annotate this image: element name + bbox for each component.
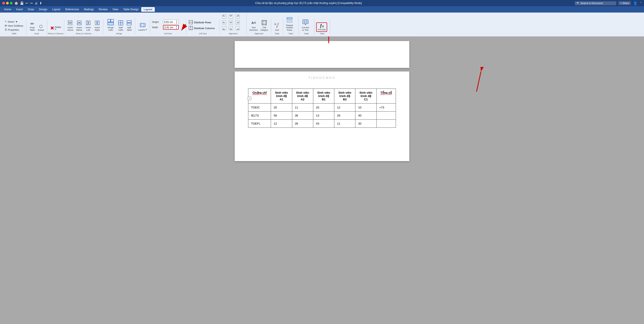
insert-left-button[interactable]: InsertLeft xyxy=(84,20,92,32)
width-input[interactable]: 2,41 cm ▲▼ xyxy=(163,25,179,30)
merge-cells-button[interactable]: MergeCells xyxy=(105,18,116,32)
view-gridlines-button[interactable]: ⊞ View Gridlines xyxy=(4,24,24,28)
menu-insert[interactable]: Insert xyxy=(14,7,25,12)
document-area: TINHOCMOS + Chứng chỉ Sinh viêntrình độA… xyxy=(0,37,644,324)
sort-button[interactable]: AZ Sort xyxy=(273,21,281,32)
align-top-center-button[interactable] xyxy=(228,14,234,19)
svg-rect-42 xyxy=(229,20,233,25)
ribbon-group-text: AA TextDirection CellMargins Alignment xyxy=(246,19,271,35)
eraser-button[interactable]: ⬡ Eraser xyxy=(37,24,45,32)
height-input[interactable]: 0,01 cm ▲▼ xyxy=(163,20,179,24)
split-cells-button[interactable]: SplitCells xyxy=(117,20,125,32)
repeat-header-rows-button[interactable]: RepeatHeaderRows xyxy=(285,17,294,32)
distribute-rows-button[interactable]: Distribute Rows xyxy=(188,20,216,25)
watermark: TINHOCMOS xyxy=(235,72,409,82)
document-page-2: TINHOCMOS + Chứng chỉ Sinh viêntrình độA… xyxy=(235,72,409,161)
delete-dropdown: ▼ xyxy=(55,29,56,31)
ribbon-group-delete: ✖ Delete ▼ Rows & Columns xyxy=(47,19,64,35)
align-bottom-right-button[interactable] xyxy=(235,26,240,31)
toolbar-icon-home[interactable]: 🏠 xyxy=(14,1,18,5)
table-add-button[interactable]: + xyxy=(248,97,251,100)
autofit-button[interactable]: AutoFit ▼ xyxy=(137,22,148,32)
table-row-toefl: TOEFL 12 28 43 11 30 xyxy=(248,120,396,128)
draw-table-button[interactable]: ✏ DrawTable xyxy=(28,21,36,32)
align-top-left-button[interactable] xyxy=(222,14,227,19)
align-top-right-button[interactable] xyxy=(235,14,240,19)
minimize-button[interactable] xyxy=(6,2,9,5)
svg-rect-39 xyxy=(222,20,226,25)
menu-mailings[interactable]: Mailings xyxy=(82,7,96,12)
align-middle-left-button[interactable] xyxy=(222,20,227,25)
toolbar-icon-save[interactable]: 💾 xyxy=(20,1,24,5)
menu-draw[interactable]: Draw xyxy=(26,7,36,12)
maximize-button[interactable] xyxy=(10,2,12,5)
cell-margins-button[interactable]: CellMargins xyxy=(259,19,269,32)
menu-view[interactable]: View xyxy=(110,7,120,12)
user-icon[interactable]: 👤 xyxy=(633,1,638,5)
svg-marker-24 xyxy=(140,25,141,26)
menu-home[interactable]: Home xyxy=(2,7,14,12)
table-header-b1: Sinh viêntrình độB1 xyxy=(313,89,334,104)
search-box[interactable]: 🔍 Search in Document xyxy=(575,1,616,5)
collapse-ribbon-button[interactable]: ⌃ xyxy=(640,2,642,5)
insert-right-button[interactable]: InsertRight xyxy=(93,20,101,32)
title-bar: 🏠 💾 ↩ ↪ 🖨 ⬇ Chia sẻ tài liệu và phương p… xyxy=(0,0,644,6)
ribbon-group-cellsize: Height: 0,01 cm ▲▼ Width: 2,41 cm ▲▼ Cel… xyxy=(150,19,186,35)
insert-left-icon xyxy=(86,20,91,26)
properties-button[interactable]: ☰ Properties xyxy=(4,28,24,32)
height-spinner[interactable]: ▲▼ xyxy=(176,20,178,24)
svg-rect-18 xyxy=(127,21,132,23)
table-header-total: Tổng số xyxy=(376,89,396,104)
menu-review[interactable]: Review xyxy=(96,7,110,12)
width-spinner[interactable]: ▲▼ xyxy=(176,25,177,29)
close-button[interactable] xyxy=(2,2,5,5)
share-button[interactable]: + Share xyxy=(618,1,631,5)
align-bottom-left-button[interactable] xyxy=(222,26,227,31)
align-bottom-center-button[interactable] xyxy=(228,26,234,31)
cell-toeic-b2: 12 xyxy=(334,104,355,112)
svg-rect-30 xyxy=(222,15,226,19)
insert-below-button[interactable]: InsertBelow xyxy=(75,20,83,32)
select-label: Select xyxy=(8,20,14,23)
text-direction-icon: AA xyxy=(251,20,256,26)
formula-button[interactable]: ƒx Formula xyxy=(316,23,327,32)
toolbar-icon-redo[interactable]: ↪ xyxy=(30,1,33,5)
menu-layout[interactable]: Layout xyxy=(50,7,62,12)
convert-to-text-button[interactable]: Convertto Text xyxy=(300,19,310,32)
menu-design[interactable]: Design xyxy=(37,7,50,12)
align-middle-right-button[interactable] xyxy=(235,20,240,25)
toolbar-icon-more[interactable]: ⬇ xyxy=(40,1,42,5)
sort-label: Sort xyxy=(275,29,279,31)
svg-rect-14 xyxy=(108,23,114,25)
split-table-button[interactable]: SplitTable xyxy=(125,20,133,32)
ribbon-group-convert: Convertto Text Data xyxy=(299,18,314,35)
formula-icon: ƒx xyxy=(320,24,324,28)
title-bar-right: 🔍 Search in Document + Share 👤 ⌃ xyxy=(575,1,642,5)
distribute-columns-button[interactable]: Distribute Columns xyxy=(188,26,216,31)
svg-marker-2 xyxy=(70,23,71,24)
toolbar-icon-print[interactable]: 🖨 xyxy=(34,1,38,5)
cell-ielts-a2: 36 xyxy=(292,112,313,120)
menu-references[interactable]: References xyxy=(63,7,81,12)
menu-layout-active[interactable]: Layout xyxy=(141,7,154,12)
merge-cells-icon xyxy=(108,19,114,26)
data-formula-label: Data xyxy=(314,33,330,35)
svg-rect-13 xyxy=(111,19,114,22)
delete-button[interactable]: ✖ Delete ▼ xyxy=(49,25,62,32)
insert-above-button[interactable]: InsertAbove xyxy=(66,20,74,32)
document-page-1 xyxy=(235,41,409,68)
svg-marker-25 xyxy=(144,25,145,26)
select-button[interactable]: ↖ Select ▼ xyxy=(4,20,24,24)
document-table: Chứng chỉ Sinh viêntrình độA1 Sinh viênt… xyxy=(248,89,396,128)
cell-ielts-b2: 26 xyxy=(334,112,355,120)
svg-rect-12 xyxy=(108,19,110,22)
gridlines-icon: ⊞ xyxy=(5,24,7,27)
cell-ielts-a1: 58 xyxy=(271,112,292,120)
toolbar-icon-undo[interactable]: ↩ xyxy=(26,1,28,5)
align-middle-center-button[interactable] xyxy=(228,20,234,25)
text-direction-button[interactable]: AA TextDirection xyxy=(248,19,259,32)
svg-rect-36 xyxy=(236,15,240,19)
menu-table-design[interactable]: Table Design xyxy=(121,7,141,12)
cell-toefl-b2: 11 xyxy=(334,120,355,128)
cell-ielts-c1: 40 xyxy=(355,112,376,120)
